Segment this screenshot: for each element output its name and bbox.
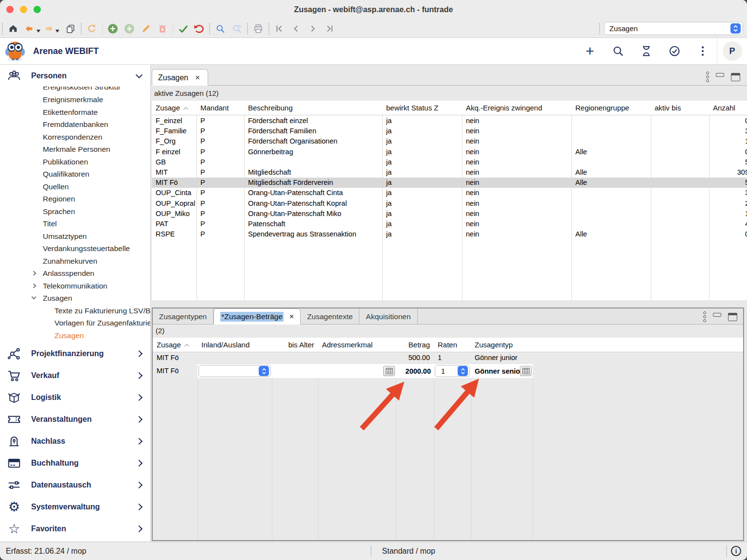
history-button[interactable] — [639, 44, 654, 58]
delete-button[interactable] — [156, 22, 169, 35]
close-tab-icon[interactable]: × — [195, 73, 200, 82]
lookup-grid-button[interactable] — [520, 366, 532, 376]
panel-menu-icon[interactable] — [706, 72, 709, 82]
last-record-button[interactable] — [323, 22, 336, 35]
column-header-zusagentyp[interactable]: Zusagentyp — [471, 338, 533, 352]
table-row[interactable]: MIT Fö500.001Gönner junior — [153, 352, 743, 363]
table-row[interactable]: F einzelPGönnerbeitragjaneinAlle0 — [152, 147, 747, 157]
tab-zusagen[interactable]: Zusagen × — [152, 69, 208, 86]
table-row[interactable]: MITPMitgliedschaftjaneinAlle309 — [152, 167, 747, 178]
sidebar-item-zunahmekurven[interactable]: Zunahmekurven — [0, 255, 150, 268]
column-header-betrag[interactable]: Betrag — [396, 338, 434, 352]
tab-zusagentexte[interactable]: Zusagentexte — [301, 308, 359, 325]
undo-button[interactable] — [193, 22, 205, 35]
more-menu-button[interactable] — [695, 44, 710, 58]
column-header-regionengruppe[interactable]: Regionengruppe — [571, 101, 651, 115]
sidebar-group-telekommunikation[interactable]: Telekommunikation — [0, 280, 150, 292]
sidebar-section-datenaustausch[interactable]: Datenaustausch — [0, 474, 150, 496]
windows-button[interactable] — [64, 22, 77, 35]
panel-minimize-icon[interactable] — [716, 73, 724, 77]
table-row-editing[interactable]: MIT Fö2000.001Gönner senio — [153, 363, 743, 378]
table-row[interactable]: F_einzelPFörderschaft einzeljanein0 — [152, 116, 747, 126]
table-row[interactable]: OUP_CintaPOrang-Utan-Patenschaft Cintaja… — [152, 188, 747, 198]
sidebar-section-veranstaltungen[interactable]: Veranstaltungen — [0, 408, 150, 430]
tasks-button[interactable] — [667, 44, 682, 58]
table-row[interactable]: MIT FöPMitgliedschaft Fördervereinjanein… — [152, 178, 747, 188]
sidebar-section-favoriten[interactable]: ☆Favoriten — [0, 518, 150, 540]
column-header-adressmerkmal[interactable]: Adressmerkmal — [318, 338, 396, 352]
panel-maximize-icon[interactable] — [731, 73, 740, 81]
sidebar-item-publikationen[interactable]: Publikationen — [0, 156, 150, 168]
column-header-zusage[interactable]: Zusage — [152, 101, 196, 115]
table-row[interactable]: RSPEPSpendevertrag aus Strassenaktionjan… — [152, 229, 747, 239]
sidebar-section-personen[interactable]: Personen — [0, 65, 150, 87]
zusagentyp-value[interactable]: Gönner senio — [475, 364, 520, 379]
sidebar-item-zusagen[interactable]: Zusagen — [0, 329, 150, 342]
tab--zusagen-beträge[interactable]: *Zusagen-Beträge× — [213, 308, 301, 325]
sidebar-item-korrespondenzen[interactable]: Korrespondenzen — [0, 131, 150, 144]
inland-ausland-select[interactable] — [198, 365, 271, 377]
add-copy-button[interactable] — [123, 22, 136, 35]
search-next-button[interactable] — [231, 22, 243, 35]
back-history-caret[interactable] — [36, 30, 40, 33]
refresh-button[interactable] — [86, 22, 98, 35]
table-row[interactable]: OUP_MikoPOrang-Utan-Patenschaft Mikojane… — [152, 209, 747, 219]
table-row[interactable]: PATPPatenschaftjanein4 — [152, 219, 747, 229]
table-row[interactable]: OUP_KopralPOrang-Utan-Patenschaft Kopral… — [152, 199, 747, 209]
sidebar-section-verkauf[interactable]: Verkauf — [0, 364, 150, 386]
lookup-grid-button[interactable] — [383, 366, 395, 376]
column-header-anzahl[interactable]: Anzahl — [709, 101, 747, 115]
new-item-button[interactable]: + — [583, 44, 597, 58]
sidebar-item-fremddatenbanken[interactable]: Fremddatenbanken — [0, 118, 150, 131]
column-header-inland-ausland[interactable]: Inland/Ausland — [197, 338, 272, 352]
column-header-zusage[interactable]: Zusage — [153, 338, 197, 352]
sidebar-section-projektfinanzierung[interactable]: Projektfinanzierung — [0, 343, 150, 364]
sidebar-item-texte-zu-fakturierung-lsv-ba[interactable]: Texte zu Fakturierung LSV/BA — [0, 305, 150, 317]
sidebar-group-zusagen[interactable]: Zusagen — [0, 292, 150, 305]
avatar[interactable]: P — [723, 41, 742, 61]
add-button[interactable] — [107, 22, 119, 35]
column-header-akq-ereignis-zwingend[interactable]: Akq.-Ereignis zwingend — [462, 101, 571, 115]
table-row[interactable]: F_OrgPFörderschaft Organisationenjanein1 — [152, 136, 747, 146]
sidebar-group-anlassspenden[interactable]: Anlassspenden — [0, 267, 150, 280]
sidebar-item-verdankungssteuertabelle[interactable]: Verdankungssteuertabelle — [0, 242, 150, 255]
sidebar-item-vorlagen-f-r-zusagenfakturierung[interactable]: Vorlagen für Zusagenfakturierung — [0, 317, 150, 329]
home-button[interactable] — [7, 22, 19, 35]
sidebar-item-clipped[interactable]: Ereigniskosten Struktur — [0, 87, 150, 93]
column-header-bewirkt-status-z[interactable]: bewirkt Status Z — [382, 101, 462, 115]
first-record-button[interactable] — [273, 22, 286, 35]
sidebar-section-logistik[interactable]: Logistik — [0, 386, 150, 408]
column-header-mandant[interactable]: Mandant — [196, 101, 244, 115]
column-header-aktiv-bis[interactable]: aktiv bis — [651, 101, 709, 115]
column-header-raten[interactable]: Raten — [434, 338, 471, 352]
column-header-bis-alter[interactable]: bis Alter — [272, 338, 318, 352]
sidebar-section-systemverwaltung[interactable]: ⚙Systemverwaltung — [0, 496, 150, 518]
sidebar-item-titel[interactable]: Titel — [0, 217, 150, 230]
sidebar-item-regionen[interactable]: Regionen — [0, 193, 150, 205]
panel-menu-icon[interactable] — [703, 311, 706, 322]
table-row[interactable]: GBPjanein5 — [152, 157, 747, 167]
sidebar-section-nachlass[interactable]: Nachlass — [0, 430, 150, 452]
print-button[interactable] — [252, 22, 265, 35]
back-button[interactable] — [23, 22, 36, 35]
tab-zusagentypen[interactable]: Zusagentypen — [153, 308, 213, 325]
sidebar-item-merkmale-personen[interactable]: Merkmale Personen — [0, 143, 150, 156]
forward-history-caret[interactable] — [55, 30, 59, 33]
next-record-button[interactable] — [306, 22, 319, 35]
sidebar-item-qualifikatoren[interactable]: Qualifikatoren — [0, 168, 150, 181]
table-row[interactable]: F_FamiliePFörderschaft Familienjanein3 — [152, 126, 747, 136]
sidebar-item-sprachen[interactable]: Sprachen — [0, 205, 150, 218]
panel-maximize-icon[interactable] — [728, 313, 737, 321]
sidebar-item-ereignismerkmale[interactable]: Ereignismerkmale — [0, 93, 150, 106]
info-icon[interactable]: i — [731, 546, 741, 556]
sidebar-item-etikettenformate[interactable]: Etikettenformate — [0, 106, 150, 119]
view-select[interactable]: Zusagen — [604, 22, 743, 35]
search-records-button[interactable] — [214, 22, 227, 35]
close-tab-icon[interactable]: × — [289, 312, 294, 321]
sidebar-item-umsatztypen[interactable]: Umsatztypen — [0, 230, 150, 243]
forward-button[interactable] — [42, 22, 55, 35]
raten-select[interactable]: 1 — [435, 365, 470, 377]
betrag-value[interactable]: 2000.00 — [406, 364, 431, 379]
sidebar-item-quellen[interactable]: Quellen — [0, 181, 150, 193]
previous-record-button[interactable] — [290, 22, 302, 35]
